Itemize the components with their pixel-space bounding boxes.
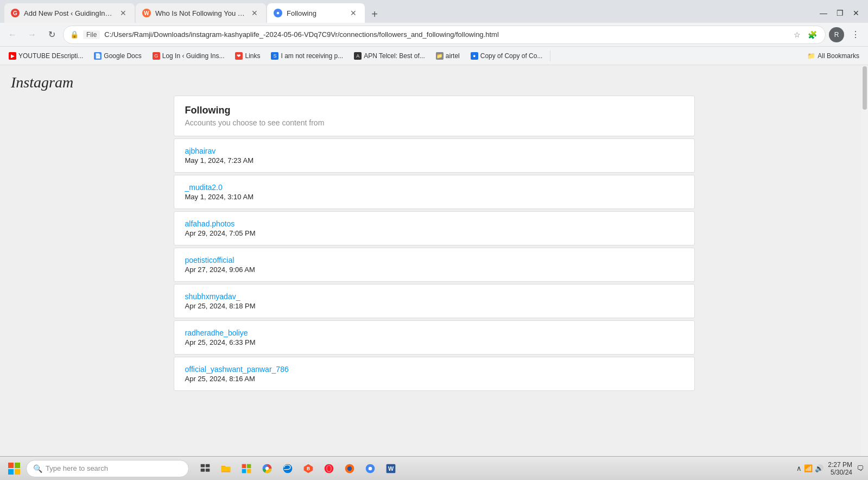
links-favicon: ❤ — [235, 52, 243, 60]
svg-rect-1 — [8, 463, 14, 468]
scrollbar-thumb[interactable] — [863, 66, 867, 110]
svg-text:W: W — [388, 465, 394, 472]
profile-button[interactable]: R — [829, 27, 844, 42]
close-button[interactable]: ✕ — [848, 5, 864, 21]
account-username-3: alfahad.photos — [185, 219, 683, 228]
address-icons: ☆ 🧩 — [790, 28, 819, 41]
tab-1-title: Add New Post ‹ GuidingInsta — — [24, 9, 114, 17]
taskbar-firefox[interactable] — [340, 459, 359, 478]
account-username-5: shubhxmyadav_ — [185, 292, 683, 301]
bookmark-google-docs[interactable]: 📄 Google Docs — [90, 50, 145, 61]
taskbar-search-box[interactable]: 🔍 Type here to search — [26, 460, 189, 477]
bookmark-copy-label: Copy of Copy of Co... — [480, 52, 543, 60]
systray-up-arrow[interactable]: ∧ — [796, 464, 802, 472]
bookmark-youtube[interactable]: ▶ YOUTUBE DEscripti... — [4, 50, 87, 61]
taskbar-opera[interactable] — [319, 459, 339, 478]
following-subtitle: Accounts you choose to see content from — [185, 118, 683, 127]
taskbar: 🔍 Type here to search B — [0, 456, 868, 480]
bookmark-apn[interactable]: A APN Telcel: Best of... — [350, 50, 429, 61]
taskbar-chrome[interactable] — [257, 459, 277, 478]
bookmarks-separator — [550, 50, 550, 61]
systray-network[interactable]: 📶 — [804, 464, 813, 472]
bookmark-not-receiving[interactable]: S I am not receiving p... — [267, 50, 347, 61]
tab-3[interactable]: Following ✕ — [267, 3, 365, 23]
extensions-icon[interactable]: 🧩 — [806, 28, 819, 41]
tab-1-favicon: G — [11, 9, 20, 17]
taskbar-edge[interactable] — [278, 459, 297, 478]
bookmark-airtel[interactable]: 📁 airtel — [432, 50, 464, 61]
new-tab-button[interactable]: + — [366, 5, 383, 23]
windows-logo-icon — [8, 462, 21, 475]
tab-3-close[interactable]: ✕ — [349, 8, 358, 18]
file-label: File — [83, 30, 100, 39]
svg-rect-9 — [242, 464, 246, 468]
minimize-button[interactable]: — — [816, 5, 831, 21]
address-bar[interactable]: 🔒 File C:/Users/Ramji/Downloads/instagra… — [63, 26, 826, 44]
navigation-bar: ← → ↻ 🔒 File C:/Users/Ramji/Downloads/in… — [0, 23, 868, 47]
forward-button[interactable]: → — [24, 27, 40, 43]
account-date-1: May 1, 2024, 7:23 AM — [185, 156, 683, 165]
bookmarks-bar: ▶ YOUTUBE DEscripti... 📄 Google Docs G L… — [0, 47, 868, 65]
svg-rect-7 — [201, 469, 205, 472]
taskbar-explorer[interactable] — [216, 459, 236, 478]
account-username-4: poetisticofficial — [185, 256, 683, 264]
account-list: ajbhairav May 1, 2024, 7:23 AM _mudita2.… — [174, 138, 695, 391]
tab-1[interactable]: G Add New Post ‹ GuidingInsta — ✕ — [4, 3, 135, 23]
svg-rect-6 — [206, 464, 210, 467]
account-username-1: ajbhairav — [185, 147, 683, 155]
bookmark-docs-label: Google Docs — [104, 52, 141, 60]
scrollbar[interactable] — [861, 65, 868, 479]
account-date-4: Apr 27, 2024, 9:06 AM — [185, 266, 683, 274]
tab-2[interactable]: W Who Is Not Following You Back ✕ — [136, 3, 266, 23]
taskbar-word[interactable]: W — [381, 459, 401, 478]
tab-3-title: Following — [287, 9, 344, 17]
menu-button[interactable]: ⋮ — [847, 27, 864, 43]
notification-icon[interactable]: 🗨 — [857, 464, 864, 472]
account-item-5[interactable]: shubhxmyadav_ Apr 25, 2024, 8:18 PM — [174, 284, 695, 318]
copy-favicon: ● — [471, 52, 478, 60]
svg-point-15 — [283, 464, 293, 473]
bookmark-star-icon[interactable]: ☆ — [790, 28, 803, 41]
account-date-2: May 1, 2024, 3:10 AM — [185, 193, 683, 201]
taskbar-chrome2[interactable] — [360, 459, 380, 478]
bookmark-notreceiving-label: I am not receiving p... — [281, 52, 343, 60]
svg-rect-10 — [247, 464, 251, 468]
maximize-button[interactable]: ❐ — [832, 5, 847, 21]
taskbar-search-icon: 🔍 — [33, 464, 42, 473]
account-item-4[interactable]: poetisticofficial Apr 27, 2024, 9:06 AM — [174, 248, 695, 282]
tab-3-favicon — [274, 9, 282, 17]
systray: ∧ 📶 🔊 — [796, 464, 823, 472]
taskbar-brave[interactable]: B — [299, 459, 318, 478]
bookmark-links[interactable]: ❤ Links — [231, 50, 264, 61]
svg-text:B: B — [307, 466, 310, 471]
taskbar-search-text: Type here to search — [46, 464, 108, 472]
bookmark-login-label: Log In ‹ Guiding Ins... — [162, 52, 225, 60]
account-item-1[interactable]: ajbhairav May 1, 2024, 7:23 AM — [174, 138, 695, 173]
address-lock-icon: 🔒 — [70, 30, 79, 39]
taskbar-taskview[interactable] — [195, 459, 215, 478]
folder-icon: 📁 — [807, 52, 815, 60]
all-bookmarks[interactable]: 📁 All Bookmarks — [803, 50, 864, 61]
bookmark-copy[interactable]: ● Copy of Copy of Co... — [466, 50, 547, 61]
following-title: Following — [185, 105, 683, 116]
start-button[interactable] — [4, 459, 24, 478]
account-date-6: Apr 25, 2024, 6:33 PM — [185, 338, 683, 346]
account-item-7[interactable]: official_yashwant_panwar_786 Apr 25, 202… — [174, 357, 695, 391]
tab-1-close[interactable]: ✕ — [118, 8, 128, 18]
taskbar-store[interactable] — [237, 459, 256, 478]
apn-favicon: A — [354, 52, 362, 60]
systray-sound[interactable]: 🔊 — [815, 464, 823, 472]
account-item-2[interactable]: _mudita2.0 May 1, 2024, 3:10 AM — [174, 175, 695, 209]
svg-rect-2 — [15, 463, 20, 468]
account-item-6[interactable]: radheradhe_boliye Apr 25, 2024, 6:33 PM — [174, 320, 695, 355]
bookmark-login[interactable]: G Log In ‹ Guiding Ins... — [148, 50, 229, 61]
svg-rect-3 — [8, 469, 14, 475]
account-date-7: Apr 25, 2024, 8:16 AM — [185, 375, 683, 383]
taskbar-clock[interactable]: 2:27 PM 5/30/24 — [828, 461, 852, 476]
taskbar-items: B W — [195, 459, 401, 478]
account-item-3[interactable]: alfahad.photos Apr 29, 2024, 7:05 PM — [174, 211, 695, 245]
back-button[interactable]: ← — [4, 27, 21, 43]
tab-2-close[interactable]: ✕ — [250, 8, 259, 18]
reload-button[interactable]: ↻ — [43, 27, 60, 43]
tab-bar: G Add New Post ‹ GuidingInsta — ✕ W Who … — [0, 0, 868, 23]
